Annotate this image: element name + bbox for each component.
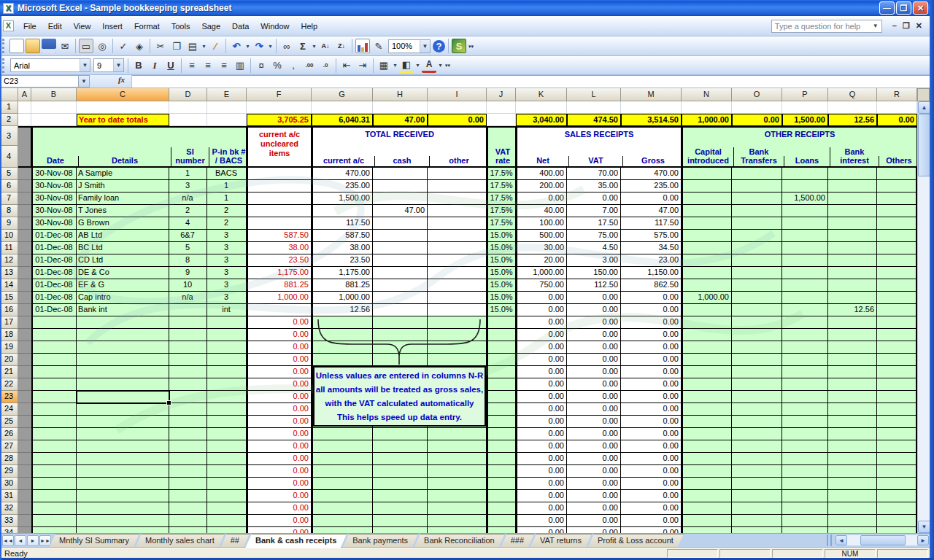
- row-header-12[interactable]: 12: [0, 254, 18, 267]
- cell-D1[interactable]: [169, 101, 207, 114]
- cell-Q2[interactable]: 12.56: [828, 114, 877, 126]
- cell-B29[interactable]: [31, 465, 77, 478]
- header-others[interactable]: Others: [879, 156, 917, 166]
- next-sheet-icon[interactable]: ►: [27, 535, 39, 546]
- cell-G19[interactable]: [312, 341, 373, 354]
- header-tr-cash[interactable]: cash: [374, 156, 429, 166]
- cell-D18[interactable]: [169, 329, 207, 341]
- cell-D5[interactable]: 1: [169, 168, 207, 180]
- cell-P26[interactable]: [782, 428, 828, 440]
- cell-K9[interactable]: 100.00: [516, 217, 567, 230]
- cell-J31[interactable]: [487, 490, 516, 502]
- cell-Q21[interactable]: [828, 366, 877, 378]
- cell-K18[interactable]: 0.00: [516, 329, 567, 341]
- cell-E6[interactable]: 1: [207, 180, 247, 192]
- workbook-restore-button[interactable]: ❐: [903, 21, 910, 31]
- cell-M11[interactable]: 34.50: [621, 242, 682, 254]
- cell-N2[interactable]: 1,000.00: [682, 114, 732, 126]
- cell-E1[interactable]: [207, 101, 247, 114]
- sort-ascending-icon[interactable]: A↓: [318, 39, 333, 53]
- cell-J20[interactable]: [487, 354, 516, 366]
- row-header-18[interactable]: 18: [0, 329, 18, 341]
- cell-N19[interactable]: [682, 341, 732, 354]
- cell-O19[interactable]: [732, 341, 782, 354]
- cell-K16[interactable]: 0.00: [516, 304, 567, 316]
- increase-decimal-icon[interactable]: .00: [302, 58, 317, 73]
- header-tr-current[interactable]: current a/c: [313, 156, 374, 166]
- cell-E15[interactable]: 3: [207, 292, 247, 304]
- cell-P31[interactable]: [782, 490, 828, 502]
- cell-K13[interactable]: 1,000.00: [516, 267, 567, 279]
- paste-dropdown-icon[interactable]: ▾: [201, 39, 207, 53]
- cell-P2[interactable]: 1,500.00: [782, 114, 828, 126]
- column-header-O[interactable]: O: [732, 88, 782, 101]
- cell-E27[interactable]: [207, 440, 247, 453]
- cell-L6[interactable]: 35.00: [567, 180, 621, 192]
- cell-D11[interactable]: 5: [169, 242, 207, 254]
- zoom-combo[interactable]: 100%▼: [388, 39, 431, 53]
- cell-J21[interactable]: [487, 366, 516, 378]
- cell-N29[interactable]: [682, 465, 732, 478]
- cell-A18[interactable]: [18, 329, 31, 341]
- cell-N31[interactable]: [682, 490, 732, 502]
- cell-C26[interactable]: [77, 428, 169, 440]
- row-header-24[interactable]: 24: [0, 403, 18, 416]
- autosum-icon[interactable]: Σ: [296, 39, 310, 53]
- row-header-33[interactable]: 33: [0, 515, 18, 527]
- cell-I15[interactable]: [428, 292, 487, 304]
- select-all-corner[interactable]: [0, 88, 18, 101]
- cell-Q19[interactable]: [828, 341, 877, 354]
- cell-Q6[interactable]: [828, 180, 877, 192]
- cell-D9[interactable]: 4: [169, 217, 207, 230]
- cell-G20[interactable]: [312, 354, 373, 366]
- cell-F20[interactable]: 0.00: [247, 354, 312, 366]
- cell-R11[interactable]: [877, 242, 917, 254]
- cell-E5[interactable]: BACS: [207, 168, 247, 180]
- row-header-16[interactable]: 16: [0, 304, 18, 316]
- cell-H30[interactable]: [373, 478, 428, 490]
- cell-Q11[interactable]: [828, 242, 877, 254]
- cell-K33[interactable]: 0.00: [516, 515, 567, 527]
- cell-F9[interactable]: [247, 217, 312, 230]
- tab-mnthly-si-summary[interactable]: Mnthly SI Summary: [49, 534, 139, 548]
- scroll-right-icon[interactable]: ►: [917, 535, 929, 545]
- cell-Q31[interactable]: [828, 490, 877, 502]
- cell-B15[interactable]: 01-Dec-08: [31, 292, 77, 304]
- cell-D25[interactable]: [169, 416, 207, 428]
- cell-B30[interactable]: [31, 478, 77, 490]
- cell-J30[interactable]: [487, 478, 516, 490]
- cell-K8[interactable]: 40.00: [516, 205, 567, 217]
- cell-E28[interactable]: [207, 453, 247, 465]
- cell-A12[interactable]: [18, 254, 31, 267]
- cell-I30[interactable]: [428, 478, 487, 490]
- header-net[interactable]: Net: [517, 156, 568, 166]
- cell-F33[interactable]: 0.00: [247, 515, 312, 527]
- cell-L28[interactable]: 0.00: [567, 453, 621, 465]
- cell-I14[interactable]: [428, 279, 487, 292]
- cell-D17[interactable]: [169, 316, 207, 329]
- cell-J6[interactable]: 17.5%: [487, 180, 516, 192]
- cell-N26[interactable]: [682, 428, 732, 440]
- cell-P29[interactable]: [782, 465, 828, 478]
- cell-A29[interactable]: [18, 465, 31, 478]
- cell-K29[interactable]: 0.00: [516, 465, 567, 478]
- cell-N10[interactable]: [682, 230, 732, 242]
- column-header-J[interactable]: J: [487, 88, 516, 101]
- italic-icon[interactable]: I: [147, 58, 162, 73]
- cell-B5[interactable]: 30-Nov-08: [31, 168, 77, 180]
- cell-J34[interactable]: [487, 527, 516, 533]
- column-header-E[interactable]: E: [207, 88, 247, 101]
- cell-R17[interactable]: [877, 316, 917, 329]
- header-gross[interactable]: Gross: [622, 156, 683, 166]
- cell-P1[interactable]: [782, 101, 828, 114]
- cell-B19[interactable]: [31, 341, 77, 354]
- cell-C22[interactable]: [77, 378, 169, 391]
- cell-K34[interactable]: 0.00: [516, 527, 567, 533]
- header-other-receipts[interactable]: OTHER RECEIPTS: [683, 128, 916, 139]
- cell-C25[interactable]: [77, 416, 169, 428]
- cell-C32[interactable]: [77, 502, 169, 515]
- cell-P27[interactable]: [782, 440, 828, 453]
- cell-N15[interactable]: 1,000.00: [682, 292, 732, 304]
- cell-P32[interactable]: [782, 502, 828, 515]
- cell-A16[interactable]: [18, 304, 31, 316]
